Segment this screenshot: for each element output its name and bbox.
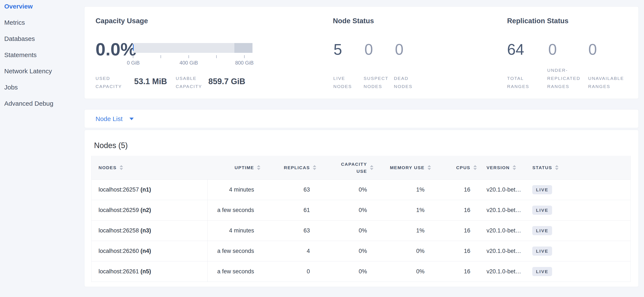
- capacity-use-cell: 0%: [310, 268, 367, 275]
- replication-status-title: Replication Status: [507, 17, 568, 25]
- used-capacity-value: 53.1 MiB: [134, 77, 167, 86]
- table-row-n3[interactable]: localhost:26258 (n3) 4 minutes 63 0% 1% …: [92, 221, 630, 241]
- sidebar: Overview Metrics Databases Statements Ne…: [0, 0, 84, 297]
- column-header-memory-use[interactable]: MEMORY USE: [367, 165, 424, 170]
- version-cell: v20.1.0-bet…: [470, 207, 532, 214]
- replicas-cell: 0: [254, 268, 310, 275]
- axis-tick-label-0: 0 GiB: [127, 60, 140, 66]
- cpus-cell: 16: [424, 268, 470, 275]
- status-cell: LIVE: [532, 226, 630, 235]
- axis-tick: [244, 55, 244, 58]
- axis-tick: [188, 55, 189, 58]
- axis-tick: [133, 55, 133, 58]
- node-status-title: Node Status: [333, 17, 374, 25]
- replicas-cell: 61: [254, 207, 310, 214]
- node-list-dropdown[interactable]: Node List: [96, 109, 134, 128]
- capacity-usage-title: Capacity Usage: [96, 17, 148, 25]
- chevron-down-icon: [130, 118, 134, 120]
- node-address: localhost:26260: [98, 248, 139, 254]
- axis-tick-label-800: 800 GiB: [235, 60, 254, 66]
- version-cell: v20.1.0-bet…: [470, 186, 532, 193]
- column-header-replicas[interactable]: REPLICAS: [254, 165, 310, 170]
- column-header-label: CAPACITY USE: [333, 161, 367, 175]
- sidebar-item-metrics[interactable]: Metrics: [0, 14, 84, 31]
- status-badge: LIVE: [532, 267, 552, 276]
- column-header-status[interactable]: STATUS: [532, 165, 630, 170]
- node-address-cell: localhost:26261 (n5): [92, 268, 207, 275]
- column-header-label: REPLICAS: [284, 165, 310, 170]
- node-address-cell: localhost:26260 (n4): [92, 248, 207, 254]
- uptime-cell: a few seconds: [207, 207, 254, 214]
- column-header-cpus[interactable]: CPUS: [424, 165, 470, 170]
- column-header-label: MEMORY USE: [390, 165, 424, 170]
- table-row-n1[interactable]: localhost:26257 (n1) 4 minutes 63 0% 1% …: [92, 180, 630, 200]
- sidebar-item-advanced-debug[interactable]: Advanced Debug: [0, 95, 84, 112]
- memory-use-cell: 1%: [367, 227, 424, 234]
- suspect-nodes-count: 0: [364, 41, 373, 58]
- memory-use-cell: 1%: [367, 186, 424, 193]
- status-badge: LIVE: [532, 185, 552, 194]
- sidebar-item-network-latency[interactable]: Network Latency: [0, 63, 84, 79]
- node-address: localhost:26257: [98, 186, 139, 193]
- sidebar-nav: Overview Metrics Databases Statements Ne…: [0, 0, 84, 112]
- status-badge: LIVE: [532, 247, 552, 256]
- memory-use-cell: 1%: [367, 207, 424, 214]
- column-header-label: STATUS: [532, 165, 552, 170]
- live-nodes-count: 5: [334, 41, 342, 58]
- sidebar-item-jobs[interactable]: Jobs: [0, 79, 84, 95]
- column-header-capacity-use[interactable]: CAPACITY USE: [310, 161, 367, 175]
- table-row-n2[interactable]: localhost:26259 (n2) a few seconds 61 0%…: [92, 200, 630, 221]
- uptime-cell: a few seconds: [207, 248, 254, 254]
- dead-nodes-count: 0: [395, 41, 404, 58]
- node-id: (n2): [140, 207, 151, 213]
- column-header-label: NODES: [98, 165, 117, 170]
- table-header-row: NODES UPTIME REPLICAS CAPACITY USE MEMOR…: [92, 156, 630, 180]
- node-address: localhost:26258: [98, 227, 139, 234]
- replicas-cell: 63: [254, 227, 310, 234]
- node-address-cell: localhost:26259 (n2): [92, 207, 207, 214]
- table-row-n5[interactable]: localhost:26261 (n5) a few seconds 0 0% …: [92, 262, 630, 282]
- version-cell: v20.1.0-bet…: [470, 268, 532, 275]
- node-list-bar: Node List: [84, 109, 639, 128]
- status-badge: LIVE: [532, 226, 552, 235]
- total-ranges-label: TOTAL RANGES: [507, 74, 541, 90]
- live-nodes-label: LIVE NODES: [333, 74, 363, 90]
- sidebar-item-statements[interactable]: Statements: [0, 47, 84, 63]
- capacity-use-cell: 0%: [310, 207, 367, 214]
- status-cell: LIVE: [532, 267, 630, 276]
- cluster-summary-card: Capacity Usage 0.0% 0 GiB 400 GiB 800 Gi…: [84, 6, 639, 99]
- replicas-cell: 63: [254, 186, 310, 193]
- sort-icon[interactable]: [555, 165, 558, 170]
- table-row-n4[interactable]: localhost:26260 (n4) a few seconds 4 0% …: [92, 241, 630, 262]
- axis-tick: [216, 55, 217, 58]
- uptime-cell: 4 minutes: [207, 227, 254, 234]
- sidebar-item-databases[interactable]: Databases: [0, 31, 84, 47]
- axis-tick: [160, 55, 161, 58]
- sort-icon[interactable]: [120, 165, 123, 170]
- node-address-cell: localhost:26258 (n3): [92, 227, 207, 234]
- column-header-uptime[interactable]: UPTIME: [207, 165, 254, 170]
- capacity-bar-chart: [133, 43, 252, 53]
- suspect-nodes-label: SUSPECT NODES: [364, 74, 394, 90]
- unavailable-ranges-label: UNAVAILABLE RANGES: [588, 74, 642, 90]
- cpus-cell: 16: [424, 248, 470, 254]
- under-replicated-ranges-count: 0: [548, 41, 557, 58]
- node-id: (n4): [140, 248, 151, 254]
- replicas-cell: 4: [254, 248, 310, 254]
- node-address: localhost:26261: [98, 268, 139, 275]
- column-divider: [207, 180, 208, 282]
- nodes-table-title: Nodes (5): [94, 141, 128, 150]
- cpus-cell: 16: [424, 227, 470, 234]
- version-cell: v20.1.0-bet…: [470, 248, 532, 254]
- memory-use-cell: 0%: [367, 248, 424, 254]
- column-header-version[interactable]: VERSION: [470, 165, 532, 170]
- sidebar-item-overview[interactable]: Overview: [0, 0, 84, 14]
- column-header-nodes[interactable]: NODES: [92, 165, 207, 170]
- memory-use-cell: 0%: [367, 268, 424, 275]
- node-id: (n5): [140, 268, 151, 275]
- used-capacity-label: USED CAPACITY: [96, 74, 132, 90]
- sort-icon[interactable]: [513, 165, 516, 170]
- capacity-bar-reserved-segment: [234, 43, 252, 53]
- node-id: (n1): [140, 186, 151, 193]
- dead-nodes-label: DEAD NODES: [394, 74, 424, 90]
